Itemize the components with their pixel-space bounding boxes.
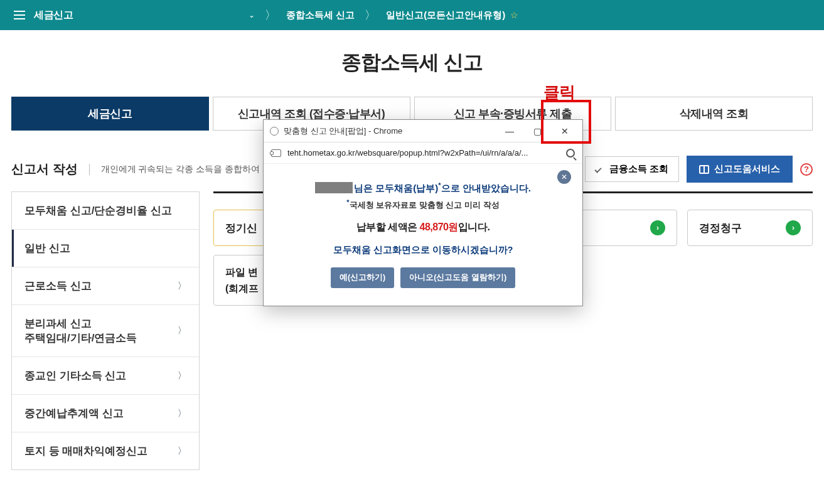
- sidebar-item-label: 토지 등 매매차익예정신고: [24, 444, 147, 458]
- chevron-right-icon: 〉: [178, 370, 186, 382]
- sidebar-item-land-sale[interactable]: 토지 등 매매차익예정신고 〉: [12, 432, 199, 469]
- report-type-sidebar: 모두채움 신고/단순경비율 신고 일반 신고 근로소득 신고 〉 분리과세 신고…: [11, 191, 200, 470]
- popup-window-title: 맞춤형 신고 안내[팝업] - Chrome: [284, 126, 402, 137]
- site-settings-icon[interactable]: [271, 149, 281, 157]
- favorite-star-icon[interactable]: ☆: [510, 10, 518, 20]
- hamburger-icon[interactable]: [14, 11, 25, 19]
- popup-line-question: 모두채움 신고화면으로 이동하시겠습니까?: [282, 244, 564, 256]
- card-label: 경정청구: [699, 221, 742, 235]
- finance-income-lookup-button[interactable]: 금융소득 조회: [585, 156, 679, 182]
- tab-tax-report[interactable]: 세금신고: [11, 97, 209, 131]
- popup-body: ✕ 님은 모두채움(납부)*으로 안내받았습니다. *국세청 보유자료로 맞춤형…: [264, 164, 582, 306]
- window-close-button[interactable]: ✕: [551, 122, 579, 141]
- go-arrow-icon: ›: [786, 220, 801, 235]
- sidebar-item-label: 일반 신고: [24, 241, 70, 255]
- popup-url[interactable]: teht.hometax.go.kr/websquare/popup.html?…: [287, 148, 560, 158]
- search-icon[interactable]: [566, 149, 575, 158]
- chevron-right-icon: 〉: [178, 325, 186, 336]
- popup-line-amount: 납부할 세액은 48,870원입니다.: [282, 221, 564, 234]
- breadcrumb-item-1[interactable]: 종합소득세 신고: [286, 9, 355, 21]
- sidebar-item-label: 근로소득 신고: [24, 279, 92, 293]
- popup-inner-close-button[interactable]: ✕: [557, 170, 571, 184]
- report-help-service-button[interactable]: 신고도움서비스: [687, 156, 793, 183]
- popup-yes-button[interactable]: 예(신고하기): [331, 267, 394, 288]
- help-question-icon[interactable]: ?: [800, 163, 813, 176]
- sidebar-item-label: 종교인 기타소득 신고: [24, 368, 126, 383]
- window-maximize-button[interactable]: ▢: [523, 122, 551, 141]
- popup-no-button[interactable]: 아니오(신고도움 열람하기): [400, 267, 515, 288]
- check-icon: [596, 166, 604, 173]
- card-correction-request[interactable]: 경정청구 ›: [687, 210, 813, 246]
- breadcrumb-separator: 〉: [365, 8, 376, 23]
- redacted-name: [315, 182, 353, 193]
- card-label-partial: 정기신: [225, 221, 257, 235]
- breadcrumb-item-2[interactable]: 일반신고(모든신고안내유형): [386, 9, 505, 21]
- section-heading: 신고서 작성: [11, 161, 78, 178]
- window-minimize-button[interactable]: —: [496, 122, 523, 141]
- button-label: 신고도움서비스: [714, 163, 780, 175]
- go-arrow-icon: ›: [650, 220, 665, 235]
- nav-section-label[interactable]: 세금신고: [34, 9, 73, 22]
- sidebar-item-label: 분리과세 신고 주택임대/기타/연금소득: [24, 316, 137, 345]
- sidebar-item-interim[interactable]: 중간예납추계액 신고 〉: [12, 394, 199, 432]
- breadcrumb-separator: 〉: [265, 8, 276, 23]
- globe-icon: [270, 127, 279, 136]
- tax-amount: 48,870원: [420, 222, 458, 232]
- button-label: 금융소득 조회: [609, 163, 668, 175]
- sidebar-item-general[interactable]: 일반 신고: [12, 229, 199, 267]
- chevron-down-icon[interactable]: ⌄: [249, 11, 255, 19]
- chevron-right-icon: 〉: [178, 408, 186, 419]
- page-title: 종합소득세 신고: [11, 49, 813, 77]
- chevron-right-icon: 〉: [178, 281, 186, 292]
- chevron-right-icon: 〉: [178, 446, 186, 457]
- sidebar-item-religious[interactable]: 종교인 기타소득 신고 〉: [12, 357, 199, 394]
- book-icon: [699, 165, 709, 174]
- sidebar-item-label: 중간예납추계액 신고: [24, 406, 124, 421]
- popup-address-bar: teht.hometax.go.kr/websquare/popup.html?…: [264, 142, 582, 164]
- tab-delete-history[interactable]: 삭제내역 조회: [615, 97, 813, 131]
- popup-window: 맞춤형 신고 안내[팝업] - Chrome — ▢ ✕ teht.hometa…: [263, 119, 583, 306]
- section-subtext: 개인에게 귀속되는 각종 소득을 종합하여 과: [89, 164, 271, 175]
- popup-line-note: *국세청 보유자료로 맞춤형 신고 미리 작성: [282, 198, 564, 211]
- sidebar-item-earned-income[interactable]: 근로소득 신고 〉: [12, 267, 199, 304]
- top-nav-bar: 세금신고 ⌄ 〉 종합소득세 신고 〉 일반신고(모든신고안내유형) ☆: [0, 0, 824, 30]
- sidebar-item-label: 모두채움 신고/단순경비율 신고: [24, 203, 172, 218]
- sidebar-item-all-fill[interactable]: 모두채움 신고/단순경비율 신고: [12, 192, 199, 229]
- popup-line-guidance: 님은 모두채움(납부)*으로 안내받았습니다.: [282, 181, 564, 195]
- annotation-click: 클릭: [543, 82, 575, 104]
- popup-titlebar[interactable]: 맞춤형 신고 안내[팝업] - Chrome — ▢ ✕: [264, 120, 582, 142]
- sidebar-item-separate-tax[interactable]: 분리과세 신고 주택임대/기타/연금소득 〉: [12, 304, 199, 357]
